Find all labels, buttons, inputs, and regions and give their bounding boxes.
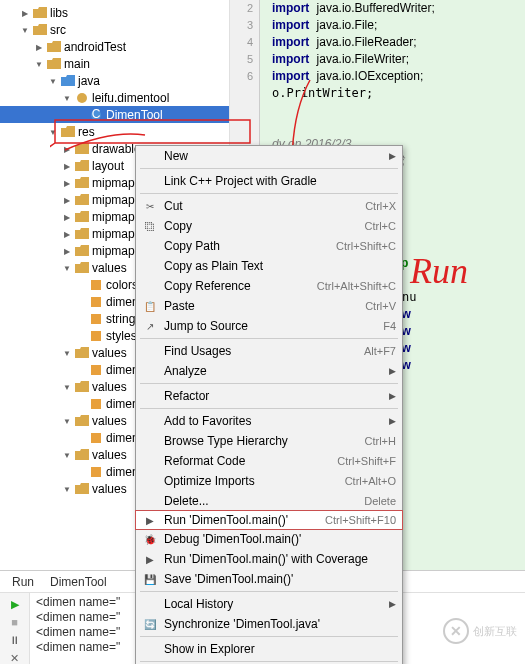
menu-item-label: Add to Favorites [164, 414, 389, 428]
tree-label: main [64, 57, 90, 71]
menu-item-icon [142, 238, 158, 254]
tree-label: androidTest [64, 40, 126, 54]
menu-item-label: Reformat Code [164, 454, 337, 468]
tree-item-leifu-dimentool[interactable]: leifu.dimentool [0, 89, 229, 106]
svg-rect-4 [91, 297, 101, 307]
tree-label: mipmap [92, 227, 135, 241]
menu-debug-dimentool-main-[interactable]: 🐞Debug 'DimenTool.main()' [136, 529, 402, 549]
menu-item-label: Save 'DimenTool.main()' [164, 572, 396, 586]
menu-paste[interactable]: 📋PasteCtrl+V [136, 296, 402, 316]
menu-show-in-explorer[interactable]: Show in Explorer [136, 639, 402, 659]
menu-shortcut: Ctrl+C [365, 220, 396, 232]
tree-item-libs[interactable]: libs [0, 4, 229, 21]
tree-label: mipmap [92, 193, 135, 207]
menu-shortcut: Delete [364, 495, 396, 507]
run-config-tab[interactable]: DimenTool [42, 573, 115, 591]
folder-icon [75, 228, 89, 240]
menu-reformat-code[interactable]: Reformat CodeCtrl+Shift+F [136, 451, 402, 471]
tree-item-src[interactable]: src [0, 21, 229, 38]
menu-item-icon: ↗ [142, 318, 158, 334]
context-menu[interactable]: New▶Link C++ Project with Gradle✂CutCtrl… [135, 145, 403, 664]
folder-icon [47, 58, 61, 70]
menu-item-icon: 📋 [142, 298, 158, 314]
menu-item-label: Copy Reference [164, 279, 317, 293]
svg-rect-7 [91, 365, 101, 375]
svg-rect-5 [91, 314, 101, 324]
folder-icon [75, 143, 89, 155]
menu-item-icon [142, 343, 158, 359]
menu-optimize-imports[interactable]: Optimize ImportsCtrl+Alt+O [136, 471, 402, 491]
folder-icon [75, 211, 89, 223]
tree-label: mipmap [92, 244, 135, 258]
menu-item-icon [142, 641, 158, 657]
run-tab[interactable]: Run [4, 573, 42, 591]
tree-item-main[interactable]: main [0, 55, 229, 72]
menu-item-label: Refactor [164, 389, 389, 403]
tree-label: values [92, 380, 127, 394]
submenu-arrow-icon: ▶ [389, 366, 396, 376]
tree-label: DimenTool [106, 108, 163, 122]
menu-item-label: Browse Type Hierarchy [164, 434, 365, 448]
menu-item-icon: ⿻ [142, 218, 158, 234]
menu-analyze[interactable]: Analyze▶ [136, 361, 402, 381]
menu-item-label: Debug 'DimenTool.main()' [164, 532, 396, 546]
close-icon[interactable]: ✕ [5, 651, 25, 664]
menu-copy[interactable]: ⿻CopyCtrl+C [136, 216, 402, 236]
tree-item-res[interactable]: res [0, 123, 229, 140]
menu-synchronize-dimentool-java-[interactable]: 🔄Synchronize 'DimenTool.java' [136, 614, 402, 634]
menu-item-icon: 💾 [142, 571, 158, 587]
menu-copy-as-plain-text[interactable]: Copy as Plain Text [136, 256, 402, 276]
tree-label: values [92, 448, 127, 462]
tree-label: colors [106, 278, 138, 292]
submenu-arrow-icon: ▶ [389, 151, 396, 161]
menu-item-label: Local History [164, 597, 389, 611]
submenu-arrow-icon: ▶ [389, 391, 396, 401]
menu-browse-type-hierarchy[interactable]: Browse Type HierarchyCtrl+H [136, 431, 402, 451]
xml-icon [89, 279, 103, 291]
menu-shortcut: Ctrl+Shift+F10 [325, 514, 396, 526]
menu-item-icon: 🔄 [142, 616, 158, 632]
pause-icon[interactable]: ⏸ [5, 633, 25, 647]
menu-item-icon [142, 453, 158, 469]
xml-icon [89, 296, 103, 308]
menu-item-icon [142, 148, 158, 164]
run-icon[interactable]: ▶ [5, 597, 25, 611]
menu-shortcut: F4 [383, 320, 396, 332]
menu-delete-[interactable]: Delete...Delete [136, 491, 402, 511]
menu-item-label: Copy [164, 219, 365, 233]
tree-label: java [78, 74, 100, 88]
tree-label: src [50, 23, 66, 37]
menu-copy-reference[interactable]: Copy ReferenceCtrl+Alt+Shift+C [136, 276, 402, 296]
menu-run-dimentool-main-[interactable]: ▶Run 'DimenTool.main()'Ctrl+Shift+F10 [135, 510, 403, 530]
menu-item-label: Cut [164, 199, 365, 213]
menu-refactor[interactable]: Refactor▶ [136, 386, 402, 406]
menu-save-dimentool-main-[interactable]: 💾Save 'DimenTool.main()' [136, 569, 402, 589]
menu-item-label: Synchronize 'DimenTool.java' [164, 617, 396, 631]
menu-copy-path[interactable]: Copy PathCtrl+Shift+C [136, 236, 402, 256]
menu-local-history[interactable]: Local History▶ [136, 594, 402, 614]
menu-link-c-project-with-gradle[interactable]: Link C++ Project with Gradle [136, 171, 402, 191]
folder-icon [75, 381, 89, 393]
menu-item-icon [142, 596, 158, 612]
menu-shortcut: Ctrl+Shift+F [337, 455, 396, 467]
tree-label: leifu.dimentool [92, 91, 169, 105]
menu-item-icon: ▶ [142, 551, 158, 567]
menu-find-usages[interactable]: Find UsagesAlt+F7 [136, 341, 402, 361]
svg-rect-3 [91, 280, 101, 290]
menu-new[interactable]: New▶ [136, 146, 402, 166]
tree-item-dimentool[interactable]: CDimenTool [0, 106, 229, 123]
menu-run-dimentool-main-with-coverage[interactable]: ▶Run 'DimenTool.main()' with Coverage [136, 549, 402, 569]
stop-icon[interactable]: ■ [5, 615, 25, 629]
menu-jump-to-source[interactable]: ↗Jump to SourceF4 [136, 316, 402, 336]
tree-item-androidtest[interactable]: androidTest [0, 38, 229, 55]
tree-label: styles [106, 329, 137, 343]
tree-label: values [92, 346, 127, 360]
folder-icon [47, 41, 61, 53]
menu-add-to-favorites[interactable]: Add to Favorites▶ [136, 411, 402, 431]
svg-rect-9 [91, 433, 101, 443]
svg-text:C: C [92, 109, 101, 121]
menu-cut[interactable]: ✂CutCtrl+X [136, 196, 402, 216]
tree-item-java[interactable]: java [0, 72, 229, 89]
menu-shortcut: Ctrl+Alt+Shift+C [317, 280, 396, 292]
menu-item-label: New [164, 149, 389, 163]
